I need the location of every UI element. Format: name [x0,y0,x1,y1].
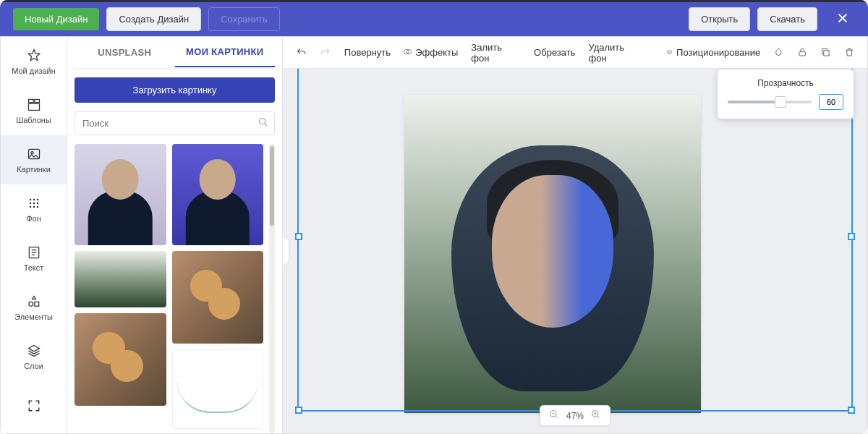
nav-label: Слои [24,362,43,370]
context-toolbar: Повернуть Эффекты Залить фон Обрезать Уд… [283,37,867,69]
fill-bg-button[interactable]: Залить фон [469,39,522,67]
svg-rect-0 [28,99,33,102]
undo-button[interactable] [294,44,308,61]
rotate-button[interactable]: Повернуть [343,44,392,61]
nav-label: Фон [26,214,41,223]
gallery-thumb[interactable] [75,144,166,245]
upload-button[interactable]: Загрузить картинку [75,77,275,103]
svg-rect-2 [28,103,39,110]
download-button[interactable]: Скачать [757,7,817,31]
gallery-thumb[interactable] [172,349,264,429]
svg-point-11 [29,205,31,208]
selected-image[interactable] [451,145,654,391]
crop-button[interactable]: Обрезать [532,44,576,61]
text-icon [27,245,41,260]
open-button[interactable]: Открыть [689,7,750,31]
resize-handle-w[interactable] [295,233,302,240]
svg-point-7 [36,198,38,200]
svg-point-13 [36,205,38,208]
svg-rect-1 [34,99,39,102]
svg-point-5 [29,198,31,200]
close-icon[interactable] [830,10,855,29]
gallery-thumb[interactable] [75,251,166,307]
resize-handle-sw[interactable] [295,407,302,414]
lock-button[interactable] [796,44,809,60]
opacity-popover: Прозрачность [717,69,854,119]
nav-background[interactable]: Фон [1,184,67,234]
svg-rect-20 [799,52,805,56]
opacity-button[interactable] [772,44,785,60]
nav-templates[interactable]: Шаблоны [1,86,67,135]
svg-point-18 [404,49,409,54]
topbar: Новый Дизайн Создать Дизайн Сохранить От… [0,0,868,36]
gallery-thumb[interactable] [172,144,264,245]
redo-button[interactable] [318,44,332,61]
nav-elements[interactable]: Элементы [1,283,67,332]
panel-collapse-handle[interactable] [283,237,289,265]
svg-point-19 [407,49,412,54]
tab-my-images[interactable]: МОИ КАРТИНКИ [175,38,276,67]
svg-point-15 [28,302,33,306]
shapes-icon [27,294,41,309]
gallery-thumb[interactable] [75,313,166,406]
svg-point-12 [33,205,35,208]
svg-rect-16 [34,302,38,306]
left-nav: Мой дизайн Шаблоны Картинки Фон Текст Эл… [1,37,67,433]
resize-handle-se[interactable] [848,407,855,414]
layers-icon [27,344,41,358]
grid-icon [27,196,41,210]
zoom-value: 47% [566,411,584,421]
svg-point-4 [30,151,33,153]
artboard[interactable] [404,95,701,413]
delete-button[interactable] [843,44,856,60]
nav-label: Элементы [14,312,53,321]
slider-thumb[interactable] [775,96,786,108]
zoom-out-icon[interactable] [549,409,559,422]
nav-images[interactable]: Картинки [1,135,67,184]
image-icon [27,147,41,161]
save-button: Сохранить [208,7,280,31]
nav-label: Картинки [17,165,51,174]
new-design-button[interactable]: Новый Дизайн [13,8,99,30]
side-panel: UNSPLASH МОИ КАРТИНКИ Загрузить картинку [67,37,283,433]
create-design-button[interactable]: Создать Дизайн [106,7,201,31]
nav-my-design[interactable]: Мой дизайн [1,37,67,86]
duplicate-button[interactable] [819,44,832,60]
canvas-area: Повернуть Эффекты Залить фон Обрезать Уд… [283,37,867,433]
image-gallery [75,144,275,433]
remove-bg-button[interactable]: Удалить фон [587,39,644,67]
effects-icon [404,47,412,58]
zoom-in-icon[interactable] [591,409,601,422]
search-icon[interactable] [258,116,269,131]
expand-icon [27,399,41,413]
nav-label: Мой дизайн [12,67,56,75]
search-input[interactable] [75,111,275,135]
star-icon [27,48,41,63]
resize-handle-e[interactable] [848,233,855,240]
svg-rect-21 [824,51,829,56]
svg-point-17 [260,118,265,124]
nav-layers[interactable]: Слои [1,332,67,381]
svg-point-9 [33,202,35,204]
svg-point-8 [29,202,31,204]
templates-icon [27,98,41,112]
nav-fullscreen[interactable] [1,381,67,430]
canvas-viewport[interactable]: 47% [283,69,867,433]
gallery-thumb[interactable] [172,251,264,344]
opacity-input[interactable] [819,94,843,110]
zoom-control: 47% [540,405,610,426]
nav-label: Текст [24,263,44,272]
opacity-slider[interactable] [728,101,812,103]
popover-title: Прозрачность [728,78,843,88]
tab-unsplash[interactable]: UNSPLASH [75,38,175,67]
positioning-button[interactable]: Позиционирование [665,44,762,61]
svg-point-10 [36,202,38,204]
layers-icon [666,47,673,58]
gallery-scrollbar[interactable] [269,144,275,433]
panel-tabs: UNSPLASH МОИ КАРТИНКИ [75,37,275,69]
nav-text[interactable]: Текст [1,234,67,283]
nav-label: Шаблоны [16,116,51,124]
effects-button[interactable]: Эффекты [402,44,459,61]
svg-point-6 [33,198,35,200]
